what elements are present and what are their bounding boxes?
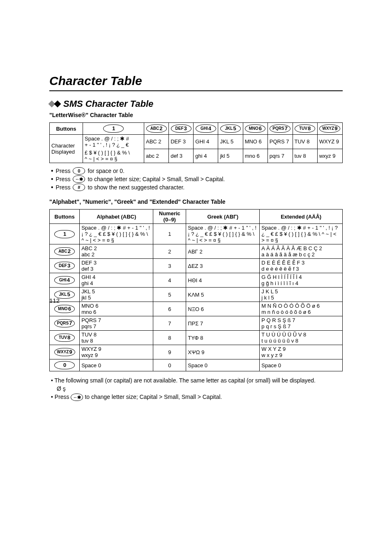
t2-ext-cell: Space 0: [260, 359, 343, 371]
t1-r1-v1: DEF 3: [169, 135, 194, 149]
table-row: TUV8TUV 8tuv 88ΤΥΦ 8T U Ù Ú Û Ü Ũ V 8t u…: [50, 331, 343, 345]
page-number: 112: [49, 297, 60, 304]
table-row: ABC2ABC 2abc 22ΑΒΓ 2A À Á Â Ã Ä Å Æ B C …: [50, 244, 343, 259]
letterwise-table: Buttons 1 ABC2 DEF3 GHI4 JKL5 MNO6 PQRS7…: [49, 122, 343, 163]
t2-alpha-cell: Space . @ / : ; ✱ # + - 1 " ' , ! ¡ ? ¿ …: [80, 224, 153, 244]
t2-greek-cell: ΤΥΦ 8: [186, 331, 260, 345]
key-0-icon: 0: [73, 167, 85, 175]
key-1-icon: 1: [54, 230, 75, 238]
t2-h-num: Numeric (0–9): [153, 210, 186, 224]
key-7-icon: PQRS7: [54, 319, 75, 327]
key-1-icon: 1: [103, 124, 124, 133]
t1-r2-v4: mno 6: [243, 149, 267, 163]
t1-r2-v5: pqrs 7: [267, 149, 293, 163]
t2-h-buttons: Buttons: [50, 210, 80, 224]
t2-ext-cell: T U Ù Ú Û Ü Ũ V 8t u ù ú û ü ũ v 8: [260, 331, 343, 345]
t1-header-buttons: Buttons: [50, 123, 83, 135]
t2-ext-cell: Space . @ / : ; ✱ # + - 1 " ' , ! ¡ ? ¿ …: [260, 224, 343, 244]
t1-r1-v0: ABC 2: [144, 135, 169, 149]
table-row: PQRS7PQRS 7pqrs 77ΠΡΣ 7P Q R S Ş ß 7p q …: [50, 316, 343, 331]
t2-alpha-cell: Space 0: [80, 359, 153, 371]
key-4-icon: GHI4: [54, 276, 75, 284]
table-row: MNO6MNO 6mno 66ΝΞΟ 6M N Ñ O Ò Ó Ô Õ Ö ø …: [50, 302, 343, 316]
title-rule: [49, 90, 343, 91]
t2-h-greek: Greek (ΑΒΓ): [186, 210, 260, 224]
t2-alpha-cell: WXYZ 9wxyz 9: [80, 345, 153, 359]
t1-r2-v1: def 3: [169, 149, 194, 163]
foot-p1-sub: Ø ş: [57, 385, 343, 392]
t2-alpha-cell: ABC 2abc 2: [80, 244, 153, 259]
t2-ext-cell: A À Á Â Ã Ä Å Æ B C Ç 2a à á â ã ä å æ b…: [260, 244, 343, 259]
key-0-icon: 0: [54, 361, 75, 369]
table-row: WXYZ9WXYZ 9wxyz 99ΧΨΩ 9W X Y Z 9w x y z …: [50, 345, 343, 359]
t1-r1-v5: PQRS 7: [267, 135, 293, 149]
letterwise-notes: Press 0 for space or 0. Press ↔✱ to chan…: [51, 167, 343, 191]
t2-alpha-cell: TUV 8tuv 8: [80, 331, 153, 345]
t2-greek-cell: ΝΞΟ 6: [186, 302, 260, 316]
page-title: Character Table: [49, 74, 343, 88]
footer-notes: • The following small (or capital) are n…: [51, 377, 343, 401]
foot-p2: • Press ↔✱ to change letter size; Capita…: [51, 394, 343, 401]
diamond-icon: [49, 101, 60, 106]
t2-greek-cell: ΔΕΖ 3: [186, 259, 260, 273]
t2-num-cell: 6: [153, 302, 186, 316]
t1-r1-v2: GHI 4: [194, 135, 218, 149]
key-star-icon: ↔✱: [71, 394, 83, 401]
table-row: JKL5JKL 5jkl 55ΚΛΜ 5J K L 5j k l 5: [50, 288, 343, 302]
t1-r2c1: £ $ ¥ ( ) [ ] { } & % \ ^ ~ | < > = ¤ §: [83, 149, 144, 163]
t2-ext-cell: D E È É Ê Ë Ẽ F 3d e è é ê ë ẽ f 3: [260, 259, 343, 273]
t2-h-alpha: Alphabet (ABC): [80, 210, 153, 224]
t2-alpha-cell: PQRS 7pqrs 7: [80, 316, 153, 331]
foot-p1: • The following small (or capital) are n…: [51, 377, 343, 384]
t1-r1c1: Space . @ / : ; ✱ # + - 1 " ' , ! ¡ ? ¿ …: [83, 135, 144, 149]
t2-alpha-cell: JKL 5jkl 5: [80, 288, 153, 302]
t2-alpha-cell: DEF 3def 3: [80, 259, 153, 273]
key-2-icon: ABC2: [54, 247, 75, 256]
t2-num-cell: 4: [153, 273, 186, 288]
table-row: GHI4GHI 4ghi 44ΗΘΙ 4G Ğ H I Ì Í Î Ï Ĩ İ …: [50, 273, 343, 288]
t2-num-cell: 5: [153, 288, 186, 302]
t1-r1-v4: MNO 6: [243, 135, 267, 149]
t2-alpha-cell: MNO 6mno 6: [80, 302, 153, 316]
t1-r2-v6: tuv 8: [293, 149, 317, 163]
key-9-icon: WXYZ9: [319, 124, 340, 133]
key-hash-icon: #: [73, 184, 85, 191]
table-row: 0Space 00Space 0Space 0: [50, 359, 343, 371]
t2-num-cell: 2: [153, 244, 186, 259]
t1-r1-v6: TUV 8: [293, 135, 317, 149]
key-6-icon: MNO6: [54, 305, 75, 313]
key-7-icon: PQRS7: [270, 124, 291, 133]
t2-greek-cell: Space 0: [186, 359, 260, 371]
t1-r2-v7: wxyz 9: [317, 149, 342, 163]
key-4-icon: GHI4: [196, 124, 216, 133]
key-8-icon: TUV8: [54, 334, 75, 342]
t2-greek-cell: ΗΘΙ 4: [186, 273, 260, 288]
section-heading-text: SMS Character Table: [63, 99, 153, 109]
t1-r1-v7: WXYZ 9: [317, 135, 342, 149]
table-row: DEF3DEF 3def 33ΔΕΖ 3D E È É Ê Ë Ẽ F 3d e…: [50, 259, 343, 273]
t2-greek-cell: Space . @ / : ; ✱ # + - 1 " ' , ! ¡ ? ¿ …: [186, 224, 260, 244]
note-3: Press # to show the next suggested chara…: [51, 184, 343, 191]
t1-r2-v0: abc 2: [144, 149, 169, 163]
key-8-icon: TUV8: [295, 124, 315, 133]
t2-alpha-cell: GHI 4ghi 4: [80, 273, 153, 288]
t2-num-cell: 3: [153, 259, 186, 273]
t2-ext-cell: P Q R S Ş ß 7p q r s Ş ß 7: [260, 316, 343, 331]
alphabet-table: Buttons Alphabet (ABC) Numeric (0–9) Gre…: [49, 209, 343, 371]
t2-ext-cell: M N Ñ O Ò Ó Ô Õ Ö ø 6m n ñ o ò ó ô õ ö ø…: [260, 302, 343, 316]
note-1: Press 0 for space or 0.: [51, 167, 343, 175]
t2-greek-cell: ΚΛΜ 5: [186, 288, 260, 302]
key-star-icon: ↔✱: [73, 175, 85, 183]
key-9-icon: WXYZ9: [54, 348, 75, 356]
table-row: 1Space . @ / : ; ✱ # + - 1 " ' , ! ¡ ? ¿…: [50, 224, 343, 244]
t2-greek-cell: ΧΨΩ 9: [186, 345, 260, 359]
t2-num-cell: 7: [153, 316, 186, 331]
section-heading: SMS Character Table: [49, 99, 343, 109]
alpha-heading: "Alphabet", "Numeric", "Greek" and "Exte…: [49, 198, 343, 205]
key-5-icon: JKL5: [220, 124, 241, 133]
key-3-icon: DEF3: [171, 124, 191, 133]
t2-h-ext: Extended (AÄÅ): [260, 210, 343, 224]
t1-r2-v2: ghi 4: [194, 149, 218, 163]
note-2: Press ↔✱ to change letter size; Capital …: [51, 175, 343, 183]
t1-r2-v3: jkl 5: [218, 149, 243, 163]
